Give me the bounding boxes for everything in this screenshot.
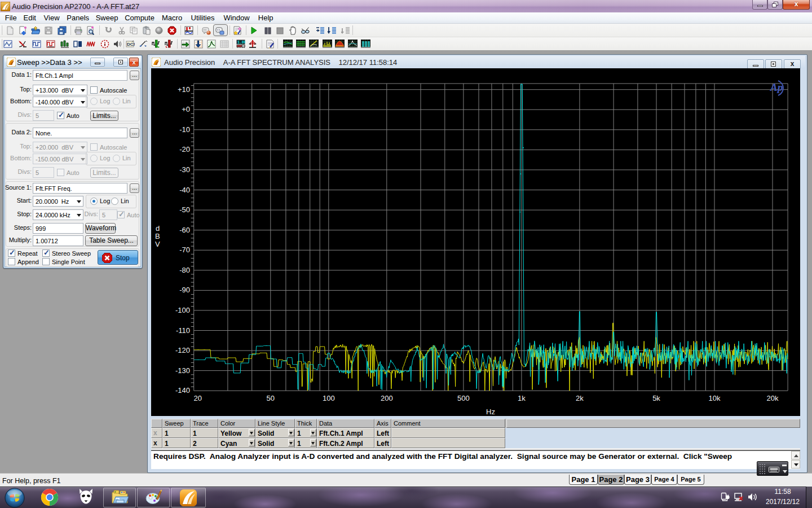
svg-text:10k: 10k — [709, 394, 721, 402]
svg-text:-70: -70 — [179, 246, 190, 254]
svg-text:-10: -10 — [179, 125, 190, 134]
svg-text:200: 200 — [381, 394, 393, 402]
svg-text:d: d — [156, 224, 160, 233]
svg-text:Hz: Hz — [486, 408, 495, 416]
svg-text:20: 20 — [193, 394, 201, 402]
svg-text:-110: -110 — [176, 326, 190, 335]
svg-text:100: 100 — [323, 394, 335, 402]
svg-text:20k: 20k — [767, 394, 779, 402]
svg-text:V: V — [155, 240, 160, 248]
svg-text:-40: -40 — [179, 186, 190, 194]
svg-text:1.00: 1.00 — [237, 41, 245, 45]
svg-text:-90: -90 — [179, 286, 190, 294]
svg-text:+0: +0 — [182, 105, 190, 113]
svg-text:2k: 2k — [576, 394, 584, 402]
svg-text:-60: -60 — [179, 226, 190, 234]
svg-text:500: 500 — [457, 394, 470, 402]
svg-text:B: B — [155, 232, 160, 240]
svg-text:+10: +10 — [178, 85, 190, 94]
svg-text:-120: -120 — [175, 346, 190, 354]
svg-text:-100: -100 — [175, 306, 190, 314]
svg-text:-140: -140 — [175, 386, 190, 395]
svg-text:-30: -30 — [179, 165, 190, 174]
svg-text:DCX: DCX — [127, 42, 135, 47]
svg-text:5k: 5k — [652, 394, 660, 402]
svg-text:-130: -130 — [175, 366, 190, 375]
svg-text:1k: 1k — [518, 394, 526, 402]
svg-text:-50: -50 — [179, 205, 190, 214]
svg-text:-20: -20 — [179, 145, 190, 154]
svg-text:-80: -80 — [179, 266, 190, 274]
svg-text:50: 50 — [267, 394, 275, 402]
